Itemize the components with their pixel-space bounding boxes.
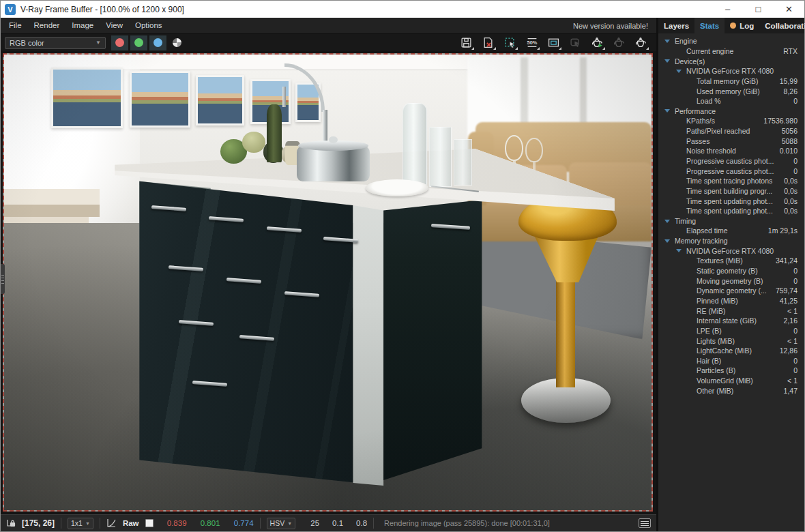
open-log-icon[interactable] [639,518,651,528]
stats-row[interactable]: Paths/Pixel reached5056 [658,126,804,136]
clear-image-icon[interactable] [480,35,497,50]
collapse-arrow-icon[interactable] [676,249,682,252]
stats-value: RTX [783,47,797,55]
alpha-channel-toggle[interactable] [169,35,186,50]
start-interactive-render-icon[interactable] [589,35,606,50]
stats-row[interactable]: Used memory (GiB)8,26 [658,86,804,96]
blue-channel-toggle[interactable] [149,35,166,50]
stats-label: Time spent updating phot... [686,197,773,205]
minimize-button[interactable]: – [712,1,743,18]
stats-row[interactable]: Other (MiB)1,47 [658,385,804,396]
stats-row[interactable]: Time spent tracing photons0,0s [658,176,804,186]
stats-label: NVIDIA GeForce RTX 4080 [686,67,774,75]
blue-circle-icon [153,38,162,47]
raw-checkbox[interactable] [145,519,153,527]
stats-label: Other (MiB) [697,387,733,395]
stop-render-icon[interactable] [632,35,649,50]
tab-stats[interactable]: Stats [694,18,724,33]
collapse-arrow-icon[interactable] [664,239,670,243]
stats-row[interactable]: Hair (B)0 [658,356,804,366]
stats-row[interactable]: Elapsed time1m 29,1s [658,226,804,236]
stats-label: Particles (B) [697,366,735,374]
close-button[interactable]: ✕ [774,1,804,18]
divider [61,518,61,529]
stats-label: NVIDIA GeForce RTX 4080 [686,247,774,255]
tab-collaboration[interactable]: Collaboration [759,18,805,33]
stats-row[interactable]: Device(s) [658,56,804,66]
stats-row[interactable]: Total memory (GiB)15,99 [658,76,804,87]
stats-row[interactable]: Time spent updating phot...0,0s [658,206,804,216]
render-scene [4,55,652,510]
stats-row[interactable]: Noise threshold0.010 [658,146,804,156]
menu-image[interactable]: Image [65,21,100,29]
pixel-probe-pin-icon[interactable] [6,518,16,529]
test-resolution-icon[interactable]: 50% [523,35,540,50]
stats-row[interactable]: Memory tracking [658,236,804,246]
menu-options[interactable]: Options [129,21,169,29]
stats-row[interactable]: NVIDIA GeForce RTX 4080 [658,246,804,256]
stats-row[interactable]: NVIDIA GeForce RTX 4080 [658,66,804,76]
stats-row[interactable]: Progressive caustics phot...0 [658,156,804,166]
green-circle-icon [134,38,143,47]
red-circle-icon [115,38,124,47]
stats-value: 0 [793,357,797,365]
stats-value: 0 [793,157,797,165]
color-mode-dropdown[interactable]: HSV▼ [267,518,296,529]
stats-row[interactable]: Time spent building progr...0,0s [658,186,804,196]
duplicate-buffer-icon[interactable] [545,35,562,50]
stats-row[interactable]: Performance [658,106,804,116]
stats-row[interactable]: VolumeGrid (MiB)< 1 [658,376,804,386]
collapse-arrow-icon[interactable] [664,59,670,63]
stats-row[interactable]: Particles (B)0 [658,366,804,376]
stats-row[interactable]: Textures (MiB)341,24 [658,256,804,266]
render-last-disabled-icon [611,35,628,50]
stats-tree: EngineCurrent engineRTXDevice(s)NVIDIA G… [658,33,804,396]
stats-value: 0,0s [784,197,797,205]
menu-render[interactable]: Render [28,21,66,29]
render-image-viewport[interactable] [3,53,653,512]
panel-splitter-grip[interactable] [1,264,5,294]
stats-row[interactable]: Engine [658,36,804,46]
tab-log[interactable]: Log [724,18,759,33]
raw-label: Raw [123,519,139,527]
pixel-ratio-dropdown[interactable]: 1x1▼ [68,518,93,529]
stats-row[interactable]: Moving geometry (B)0 [658,276,804,286]
collapse-arrow-icon[interactable] [676,70,682,73]
stats-row[interactable]: Static geometry (B)0 [658,266,804,276]
stats-value: 0,0s [784,207,797,215]
stats-row[interactable]: RE (MiB)< 1 [658,306,804,316]
stats-row[interactable]: Lights (MiB)< 1 [658,336,804,346]
stats-row[interactable]: Passes5088 [658,136,804,146]
channel-select-dropdown[interactable]: RGB color ▼ [5,37,106,49]
stats-row[interactable]: LightCache (MiB)12,86 [658,346,804,356]
render-region-icon[interactable] [501,35,518,50]
stats-row[interactable]: Internal state (GiB)2,16 [658,316,804,326]
save-image-icon[interactable] [458,35,475,50]
stats-row[interactable]: KPaths/s17536.980 [658,116,804,126]
green-channel-toggle[interactable] [130,35,147,50]
stats-label: Time spent building progr... [686,187,772,195]
red-channel-toggle[interactable] [111,35,128,50]
stats-row[interactable]: Dynamic geometry (...759,74 [658,286,804,296]
maximize-button[interactable]: □ [743,1,774,18]
update-notice[interactable]: New version available! [573,22,656,30]
value-value: 0.8 [349,519,367,527]
stats-row[interactable]: Load %0 [658,96,804,106]
tab-layers[interactable]: Layers [658,18,694,33]
stats-value: 0 [793,277,797,285]
stats-label: LightCache (MiB) [697,346,752,355]
collapse-arrow-icon[interactable] [664,40,670,43]
menu-file[interactable]: File [1,21,28,29]
display-curve-icon[interactable] [106,518,117,528]
stats-row[interactable]: Time spent updating phot...0,0s [658,196,804,206]
stats-row[interactable]: Current engineRTX [658,46,804,57]
stats-row[interactable]: Timing [658,216,804,226]
stats-label: Moving geometry (B) [697,277,763,285]
collapse-arrow-icon[interactable] [664,220,670,223]
stats-row[interactable]: Progressive caustics phot...0 [658,166,804,176]
stats-value: 8,26 [784,87,797,95]
stats-row[interactable]: Pinned (MiB)41,25 [658,296,804,306]
collapse-arrow-icon[interactable] [664,109,670,113]
menu-view[interactable]: View [100,21,129,29]
stats-row[interactable]: LPE (B)0 [658,326,804,336]
